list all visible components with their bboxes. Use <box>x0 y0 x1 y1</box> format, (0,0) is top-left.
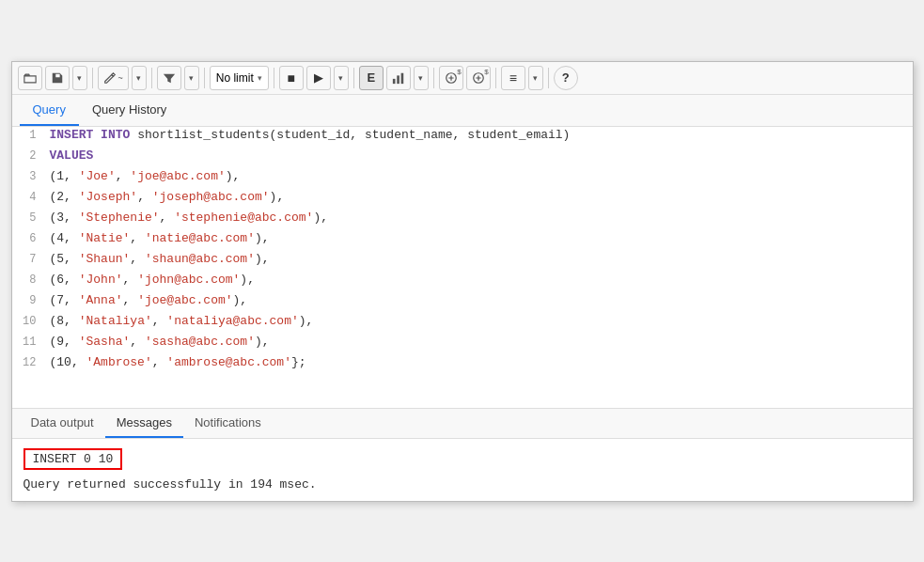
line-content: (5, 'Shaun', 'shaun@abc.com'), <box>46 252 913 266</box>
open-folder-btn[interactable] <box>18 66 42 90</box>
line-content: (2, 'Joseph', 'joseph@abc.com'), <box>46 190 913 204</box>
line-content: (7, 'Anna', 'joe@abc.com'), <box>46 293 913 307</box>
line-content: (8, 'Nataliya', 'nataliya@abc.com'), <box>46 314 913 328</box>
code-line: 7(5, 'Shaun', 'shaun@abc.com'), <box>12 251 913 272</box>
edit-dropdown-btn[interactable]: ▾ <box>132 66 147 90</box>
main-window: ▾ ~ ▾ ▾ No limit ▾ <box>11 61 914 502</box>
line-content: VALUES <box>46 148 913 163</box>
code-line: 2VALUES <box>12 148 913 168</box>
help-btn[interactable]: ? <box>554 66 578 90</box>
svg-rect-3 <box>400 72 403 83</box>
success-message: Query returned successfully in 194 msec. <box>23 477 901 492</box>
code-line: 3(1, 'Joe', 'joe@abc.com'), <box>12 168 913 189</box>
svg-rect-2 <box>397 75 399 84</box>
limit-chevron-icon: ▾ <box>258 73 262 83</box>
code-line: 6(4, 'Natie', 'natie@abc.com'), <box>12 230 913 251</box>
line-content: (6, 'John', 'john@abc.com'), <box>46 273 913 287</box>
code-line: 4(2, 'Joseph', 'joseph@abc.com'), <box>12 189 913 210</box>
line-number: 4 <box>12 191 46 204</box>
tab-query-history[interactable]: Query History <box>79 95 180 126</box>
run-dropdown-btn[interactable]: ▾ <box>334 66 349 90</box>
save-btn[interactable] <box>45 66 70 90</box>
line-content: (3, 'Stephenie', 'stephenie@abc.com'), <box>46 211 913 225</box>
save-dropdown-btn[interactable]: ▾ <box>72 66 87 90</box>
line-content: (10, 'Ambrose', 'ambrose@abc.com'}; <box>46 355 913 369</box>
line-number: 8 <box>12 273 46 287</box>
bottom-panel: Data output Messages Notifications INSER… <box>12 409 913 501</box>
line-number: 12 <box>12 356 46 369</box>
code-line: 10(8, 'Nataliya', 'nataliya@abc.com'), <box>12 313 913 334</box>
chart-btn[interactable] <box>386 66 411 90</box>
code-line: 11(9, 'Sasha', 'sasha@abc.com'), <box>12 334 913 354</box>
svg-rect-1 <box>393 78 396 83</box>
run-btn[interactable]: ▶ <box>306 66 331 90</box>
code-editor[interactable]: 1INSERT INTO shortlist_students(student_… <box>12 127 913 409</box>
query-tabs-bar: Query Query History <box>12 95 913 127</box>
line-number: 2 <box>12 149 46 163</box>
filter-dropdown-btn[interactable]: ▾ <box>184 66 199 90</box>
line-number: 7 <box>12 253 46 266</box>
insert-badge: INSERT 0 10 <box>23 448 123 470</box>
line-content: (4, 'Natie', 'natie@abc.com'), <box>46 231 913 245</box>
limit-dropdown[interactable]: No limit ▾ <box>210 66 269 90</box>
explain-btn[interactable]: E <box>359 66 384 90</box>
tab-data-output[interactable]: Data output <box>20 409 105 438</box>
line-content: (1, 'Joe', 'joe@abc.com'), <box>46 169 913 183</box>
macro-dropdown-btn[interactable]: ▾ <box>528 66 543 90</box>
scratch1-btn[interactable]: $ <box>439 66 463 90</box>
macro-btn[interactable]: ≡ <box>501 66 525 90</box>
line-number: 9 <box>12 294 46 307</box>
line-content: INSERT INTO shortlist_students(student_i… <box>46 128 913 142</box>
bottom-content: INSERT 0 10 Query returned successfully … <box>12 439 913 501</box>
tab-messages[interactable]: Messages <box>105 409 183 438</box>
line-number: 6 <box>12 232 46 245</box>
bottom-tabs-bar: Data output Messages Notifications <box>12 409 913 439</box>
line-number: 3 <box>12 170 46 183</box>
tab-notifications[interactable]: Notifications <box>183 409 273 438</box>
code-line: 8(6, 'John', 'john@abc.com'), <box>12 272 913 292</box>
tab-query[interactable]: Query <box>20 95 79 126</box>
line-content: (9, 'Sasha', 'sasha@abc.com'), <box>46 335 913 349</box>
chart-dropdown-btn[interactable]: ▾ <box>414 66 429 90</box>
code-line: 5(3, 'Stephenie', 'stephenie@abc.com'), <box>12 210 913 230</box>
limit-label: No limit <box>216 71 254 85</box>
line-number: 11 <box>12 336 46 349</box>
toolbar: ▾ ~ ▾ ▾ No limit ▾ <box>12 62 913 95</box>
filter-btn[interactable] <box>157 66 181 90</box>
line-number: 1 <box>12 129 46 142</box>
stop-btn[interactable]: ■ <box>279 66 304 90</box>
line-number: 5 <box>12 211 46 225</box>
scratch2-btn[interactable]: $ <box>466 66 491 90</box>
code-line: 1INSERT INTO shortlist_students(student_… <box>12 127 913 148</box>
edit-btn[interactable]: ~ <box>98 66 129 90</box>
code-line: 12(10, 'Ambrose', 'ambrose@abc.com'}; <box>12 354 913 375</box>
code-line: 9(7, 'Anna', 'joe@abc.com'), <box>12 292 913 313</box>
line-number: 10 <box>12 315 46 328</box>
